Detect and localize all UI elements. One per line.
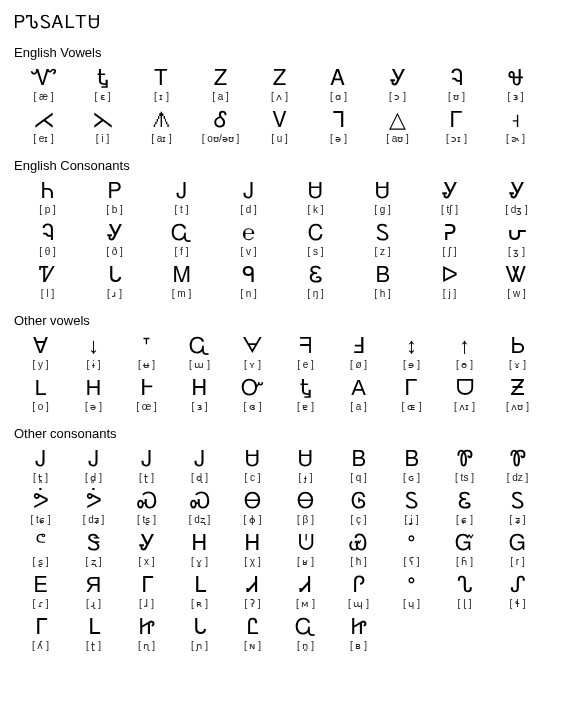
glyph-cell: Ꮪ[ z ] <box>349 219 416 259</box>
glyph: ᐪ <box>142 333 151 359</box>
glyph-cell: Ꭻ[ ʈ ] <box>120 445 173 485</box>
ipa-label: [ ɐ ] <box>297 401 314 413</box>
glyph-cell: Ꮧ[ ʔ ] <box>226 571 279 611</box>
ipa-label: [ ɹ ] <box>107 288 122 300</box>
page-title: ᏢᏖᏚᎪᏞᎢᏌ <box>14 12 552 33</box>
ipa-label: [ oʊ/əʊ ] <box>202 133 239 145</box>
ipa-label: [ ʌ ] <box>271 91 288 103</box>
glyph-cell: Ꮓ[ a ] <box>191 64 250 104</box>
glyph: Ꭻ <box>142 446 152 472</box>
ipa-label: [ ɖ ] <box>191 472 208 484</box>
glyph: Ꮍ <box>442 178 458 204</box>
ipa-label: [ ɘ ] <box>403 359 420 371</box>
glyph: ᒥ <box>35 614 47 640</box>
ipa-label: [ ɟ ] <box>298 472 312 484</box>
glyph: Ꮪ <box>511 488 525 514</box>
ipa-label: [ ħ ] <box>350 556 367 568</box>
glyph: ⋋ <box>92 107 114 133</box>
ipa-label: [ ɤ ] <box>509 359 526 371</box>
glyph-row: ᕘ[ tɕ ]ᕘ[ dʑ ]Ꮝ[ tʂ ]Ꮝ[ dʐ ]Ꮎ[ ɸ ]Ꮎ[ β ]… <box>14 487 552 527</box>
glyph-cell: Ꮕ[ ɞ ] <box>226 374 279 414</box>
glyph: Ꮐ <box>509 530 526 556</box>
glyph-cell: Ꮵ[ ɳ ] <box>120 613 173 653</box>
glyph: ᒪ <box>194 572 206 598</box>
glyph-cell: Ꮩ[ u ] <box>250 106 309 146</box>
glyph: Ꮲ <box>108 178 122 204</box>
glyph: ᕈ <box>443 220 456 246</box>
glyph-cell: Ꮰ[ ɜ ] <box>486 64 545 104</box>
glyph-cell: Ꮏ[ ɛ ] <box>73 64 132 104</box>
glyph-cell: Ꮈ[ θ ] <box>14 219 81 259</box>
ipa-label: [ ɶ ] <box>401 401 421 413</box>
ipa-label: [ ɚ ] <box>506 133 525 145</box>
section-title: English Consonants <box>14 158 552 173</box>
glyph: L <box>34 375 46 401</box>
ipa-label: [ ɴ ] <box>244 640 261 652</box>
glyph-cell: ⩚[ aɪ ] <box>132 106 191 146</box>
glyph-cell: Ᏼ[ h ] <box>349 261 416 301</box>
glyph-cell: Ⱶ[ œ ] <box>120 374 173 414</box>
glyph: Ꮴ <box>39 262 56 288</box>
glyph: Ꮝ <box>190 488 210 514</box>
glyph: ᗄ <box>242 333 263 359</box>
ipa-label: [ ɳ ] <box>138 640 155 652</box>
glyph: Ꮧ <box>300 572 311 598</box>
glyph: Ꮜ <box>375 178 390 204</box>
glyph-cell: Ꮜ[ g ] <box>349 177 416 217</box>
glyph: ᒐ <box>193 614 207 640</box>
glyph-cell: Ꮘ[ ts ] <box>438 445 491 485</box>
ipa-label: [ ɨ ] <box>86 359 100 371</box>
glyph-cell: Ꮯ[ s ] <box>282 219 349 259</box>
glyph-cell: Ꮆ[ ç ] <box>332 487 385 527</box>
glyph: Ꮪ <box>405 488 419 514</box>
glyph: ᐤ <box>407 572 416 598</box>
ipa-label: [ n̪ ] <box>297 640 314 652</box>
glyph-cell: Ꮄ[ oʊ/əʊ ] <box>191 106 250 146</box>
glyph-cell: ᕼ[ χ ] <box>226 529 279 569</box>
glyph: Ꮵ <box>351 614 367 640</box>
ipa-label: [ ɞ ] <box>243 401 261 413</box>
glyph: Ꮵ <box>139 614 155 640</box>
ipa-label: [ z ] <box>374 246 390 258</box>
ipa-label: [ s ] <box>307 246 323 258</box>
glyph: Ꮟ <box>511 333 525 359</box>
glyph-cell: Ꮎ[ β ] <box>279 487 332 527</box>
glyph: ᒪ <box>88 614 100 640</box>
glyph-cell: ᕈ[ ʃ ] <box>416 219 483 259</box>
glyph: Ꮆ <box>351 488 367 514</box>
glyph-cell: Ꭻ[ t̪ ] <box>14 445 67 485</box>
glyph-row: Ꭻ[ t̪ ]Ꭻ[ d̪ ]Ꭻ[ ʈ ]Ꭻ[ ɖ ]Ꮜ[ c ]Ꮜ[ ɟ ]Ᏼ[… <box>14 445 552 485</box>
ipa-label: [ g ] <box>374 204 391 216</box>
ipa-label: [ ɛ ] <box>94 91 110 103</box>
glyph: Ꮪ <box>376 220 390 246</box>
glyph: Ꮁ <box>450 107 463 133</box>
ipa-label: [ ɥ ] <box>403 598 420 610</box>
glyph-cell: Ꭻ[ ɖ ] <box>173 445 226 485</box>
glyph-cell: Ꮍ[ tʃ ] <box>416 177 483 217</box>
glyph: ᔐ <box>457 572 473 598</box>
ipa-label: [ ʔ ] <box>244 598 260 610</box>
glyph: Ꮜ <box>308 178 323 204</box>
ipa-label: [ aʊ ] <box>386 133 409 145</box>
glyph-cell: ᒪ[ ʀ ] <box>173 571 226 611</box>
ipa-label: [ o ] <box>32 401 49 413</box>
glyph-cell: Ꮘ[ dz ] <box>491 445 544 485</box>
glyph: Ꭻ <box>195 446 205 472</box>
ipa-label: [ ɕ ] <box>456 514 473 526</box>
glyph: ↕ <box>406 333 417 359</box>
glyph: Ꮧ <box>247 572 258 598</box>
glyph-cell: ⋌[ eɪ ] <box>14 106 73 146</box>
ipa-label: [ x ] <box>138 556 154 568</box>
ipa-label: [ h ] <box>374 288 391 300</box>
ipa-label: [ ɔ ] <box>389 91 406 103</box>
glyph-cell: ᔑ[ ɬ ] <box>491 571 544 611</box>
glyph: Ꮹ <box>295 614 316 640</box>
glyph: Ꮿ <box>349 530 368 556</box>
glyph-cell: Ꮝ[ tʂ ] <box>120 487 173 527</box>
ipa-label: [ k ] <box>307 204 323 216</box>
glyph-cell: ↓[ ɨ ] <box>67 332 120 372</box>
ipa-label: [ ʐ ] <box>85 556 101 568</box>
glyph-cell: ᐅ[ j ] <box>416 261 483 301</box>
ipa-label: [ ɻ ] <box>86 598 101 610</box>
glyph: Ꮓ <box>273 65 287 91</box>
